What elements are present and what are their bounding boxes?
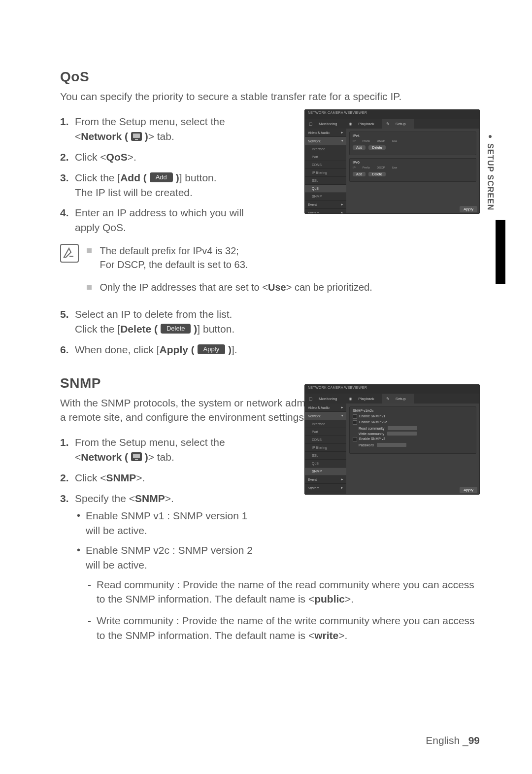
ipv4-panel: IPv4 IPPrefixDSCPUse Add Delete	[349, 132, 476, 155]
page-footer: English _99	[426, 735, 480, 746]
add-button-glyph: Add	[150, 172, 173, 182]
side-video2[interactable]: Video & Audio▸	[305, 404, 346, 412]
snmp-v1-row[interactable]: Enable SNMP v1	[353, 414, 473, 419]
shot-sidebar2: Video & Audio▸ Network▾ Interface Port D…	[305, 404, 346, 495]
ipv4-title: IPv4	[353, 134, 473, 137]
qos-note-1: The default prefix for IPv4 is 32; For D…	[87, 244, 477, 271]
side-event2[interactable]: Event▸	[305, 475, 346, 484]
snmp-panel: SNMP v1/v2c Enable SNMP v1 Enable SNMP v…	[349, 406, 476, 454]
side-port[interactable]: Port	[305, 153, 346, 161]
manual-page: ●SETUP SCREEN QoS You can specify the pr…	[0, 0, 532, 774]
qos-heading: QoS	[60, 69, 480, 85]
snmp-step-3: Specify the <SNMP>. Enable SNMP v1 : SNM…	[60, 491, 480, 643]
shot-content2: SNMP v1/v2c Enable SNMP v1 Enable SNMP v…	[346, 404, 479, 495]
page-number: 99	[468, 735, 480, 746]
ipv6-title: IPv6	[353, 161, 473, 164]
apply-button-glyph: Apply	[198, 344, 226, 354]
tab-setup2[interactable]: ✎ Setup	[382, 394, 414, 404]
tab-monitoring2[interactable]: ▢ Monitoring	[305, 394, 345, 404]
side-tab-label: ●SETUP SCREEN	[486, 132, 495, 210]
qos-intro: You can specify the priority to secure a…	[60, 90, 480, 103]
side-network2[interactable]: Network▾	[305, 412, 346, 420]
shot-tabs2: ▢ Monitoring ◉ Playback ✎ Setup	[305, 394, 479, 404]
side-ddns2[interactable]: DDNS	[305, 436, 346, 444]
shot-sidebar: Video & Audio▸ Network▾ Interface Port D…	[305, 129, 346, 214]
qos-step-3: Click the [Add ( Add )] button. The IP l…	[60, 170, 257, 200]
side-port2[interactable]: Port	[305, 428, 346, 436]
side-snmp[interactable]: SNMP	[305, 193, 346, 201]
write-row: Write community	[359, 432, 473, 436]
ipv4-add-button[interactable]: Add	[353, 145, 366, 150]
qos-step-5: Select an IP to delete from the list. Cl…	[60, 307, 449, 337]
side-ssl[interactable]: SSL	[305, 177, 346, 185]
tab-monitoring[interactable]: ▢ Monitoring	[305, 119, 345, 129]
side-index: ●SETUP SCREEN	[483, 123, 493, 281]
ipv6-header: IPPrefixDSCPUse	[353, 166, 473, 169]
qos-steps-cont: Select an IP to delete from the list. Cl…	[60, 307, 480, 357]
side-ipfilter[interactable]: IP filtering	[305, 169, 346, 177]
side-event[interactable]: Event▸	[305, 201, 346, 209]
tab-setup[interactable]: ✎ Setup	[382, 119, 414, 129]
side-video[interactable]: Video & Audio▸	[305, 129, 346, 137]
side-ipfilter2[interactable]: IP filtering	[305, 444, 346, 452]
thumb-index-bar	[496, 220, 505, 284]
snmp-screenshot: NETWORK CAMERA WEBVIEWER ▢ Monitoring ◉ …	[304, 384, 480, 495]
snmp-v3-row[interactable]: Enable SNMP v3	[353, 437, 473, 441]
side-network[interactable]: Network▾	[305, 137, 346, 145]
tab-playback2[interactable]: ◉ Playback	[345, 394, 382, 404]
apply-button[interactable]: Apply	[460, 206, 477, 212]
snmp-bullet-2: Enable SNMP v2c : SNMP version 2 will be…	[75, 543, 253, 572]
tab-playback[interactable]: ◉ Playback	[345, 119, 382, 129]
qos-step-2: Click <QoS>.	[60, 150, 257, 165]
monitor-icon	[131, 132, 142, 141]
ipv4-delete-button[interactable]: Delete	[368, 145, 385, 150]
side-qos[interactable]: QoS	[305, 185, 346, 193]
monitor-icon2	[131, 452, 142, 461]
qos-note-2: Only the IP addresses that are set to <U…	[87, 280, 477, 294]
snmp-v2-row[interactable]: Enable SNMP v2c	[353, 420, 473, 425]
qos-step-4: Enter an IP address to which you will ap…	[60, 205, 257, 235]
side-ddns[interactable]: DDNS	[305, 161, 346, 169]
snmp-step-1: From the Setup menu, select the <Network…	[60, 435, 257, 465]
snmp-step-2: Click <SNMP>.	[60, 471, 257, 485]
pw-row: Password	[359, 443, 473, 447]
side-interface2[interactable]: Interface	[305, 420, 346, 428]
note-icon	[60, 244, 79, 263]
snmp-dash-2: Write community : Provide the name of th…	[86, 613, 480, 643]
qos-note-block: The default prefix for IPv4 is 32; For D…	[60, 244, 480, 303]
shot-tabs: ▢ Monitoring ◉ Playback ✎ Setup	[305, 119, 479, 129]
side-system[interactable]: System▸	[305, 209, 346, 214]
ipv4-header: IPPrefixDSCPUse	[353, 139, 473, 142]
read-row: Read community	[359, 426, 473, 430]
ipv6-delete-button[interactable]: Delete	[368, 172, 385, 176]
side-snmp2[interactable]: SNMP	[305, 468, 346, 475]
side-qos2[interactable]: QoS	[305, 460, 346, 468]
qos-step-6: When done, click [Apply ( Apply )].	[60, 342, 449, 357]
qos-screenshot: NETWORK CAMERA WEBVIEWER ▢ Monitoring ◉ …	[304, 109, 480, 214]
side-interface[interactable]: Interface	[305, 145, 346, 153]
snmp-dash-1: Read community : Provide the name of the…	[86, 577, 480, 607]
snmp-bullet-1: Enable SNMP v1 : SNMP version 1 will be …	[75, 508, 253, 538]
qos-step-1: From the Setup menu, select the <Network…	[60, 114, 257, 144]
shot-content: IPv4 IPPrefixDSCPUse Add Delete IPv6 IPP…	[346, 129, 479, 214]
shot-title2: NETWORK CAMERA WEBVIEWER	[305, 385, 479, 394]
footer-lang: English	[426, 735, 460, 746]
ipv6-add-button[interactable]: Add	[353, 172, 366, 176]
delete-button-glyph: Delete	[161, 324, 191, 334]
ipv6-panel: IPv6 IPPrefixDSCPUse Add Delete	[349, 158, 476, 182]
snmp-panel-title: SNMP v1/v2c	[353, 409, 473, 412]
shot-title: NETWORK CAMERA WEBVIEWER	[305, 110, 479, 119]
side-ssl2[interactable]: SSL	[305, 452, 346, 460]
